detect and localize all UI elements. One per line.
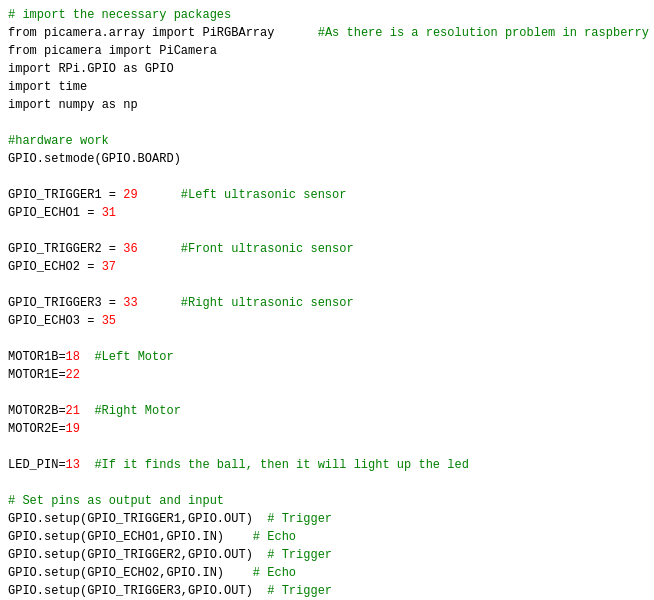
code-token: as	[102, 98, 116, 112]
code-editor: # import the necessary packagesfrom pica…	[0, 0, 654, 600]
code-token: 31	[102, 206, 116, 220]
code-token: from	[8, 44, 37, 58]
code-token: # Echo	[224, 530, 296, 544]
code-token: 35	[102, 314, 116, 328]
code-token: 19	[66, 422, 80, 436]
code-line: MOTOR2B=21 #Right Motor	[8, 402, 646, 420]
code-token: 33	[123, 296, 137, 310]
code-token: as	[123, 62, 137, 76]
code-token: 22	[66, 368, 80, 382]
code-token: 13	[66, 458, 80, 472]
code-token: GPIO_ECHO3 =	[8, 314, 102, 328]
code-token: GPIO.setup(GPIO_TRIGGER1,GPIO.OUT)	[8, 512, 253, 526]
code-token: import	[109, 44, 152, 58]
code-line: GPIO_TRIGGER1 = 29 #Left ultrasonic sens…	[8, 186, 646, 204]
code-token: GPIO_TRIGGER1 =	[8, 188, 123, 202]
code-token: MOTOR1E=	[8, 368, 66, 382]
code-token: MOTOR2E=	[8, 422, 66, 436]
code-line: LED_PIN=13 #If it finds the ball, then i…	[8, 456, 646, 474]
code-line: GPIO.setup(GPIO_ECHO1,GPIO.IN) # Echo	[8, 528, 646, 546]
code-token: GPIO_ECHO1 =	[8, 206, 102, 220]
code-line	[8, 168, 646, 186]
code-token: #Right ultrasonic sensor	[138, 296, 354, 310]
code-token: MOTOR1B=	[8, 350, 66, 364]
code-token: 36	[123, 242, 137, 256]
code-token: MOTOR2B=	[8, 404, 66, 418]
code-token: # Trigger	[253, 548, 332, 562]
code-token: #Left Motor	[80, 350, 174, 364]
code-token: GPIO_TRIGGER2 =	[8, 242, 123, 256]
code-line: GPIO.setmode(GPIO.BOARD)	[8, 150, 646, 168]
code-token: #hardware work	[8, 134, 109, 148]
code-token: GPIO.setmode(GPIO.BOARD)	[8, 152, 181, 166]
code-token: GPIO.setup(GPIO_ECHO1,GPIO.IN)	[8, 530, 224, 544]
code-line: GPIO.setup(GPIO_ECHO2,GPIO.IN) # Echo	[8, 564, 646, 582]
code-line: GPIO_ECHO3 = 35	[8, 312, 646, 330]
code-token: GPIO.setup(GPIO_TRIGGER2,GPIO.OUT)	[8, 548, 253, 562]
code-token: # Echo	[224, 566, 296, 580]
code-token: GPIO_TRIGGER3 =	[8, 296, 123, 310]
code-token: RPi.GPIO	[51, 62, 123, 76]
code-line: # import the necessary packages	[8, 6, 646, 24]
code-line: # Set pins as output and input	[8, 492, 646, 510]
code-line	[8, 222, 646, 240]
code-line	[8, 438, 646, 456]
code-token: import	[152, 26, 195, 40]
code-token: 18	[66, 350, 80, 364]
code-line	[8, 114, 646, 132]
code-token: from	[8, 26, 37, 40]
code-line: import time	[8, 78, 646, 96]
code-line: from picamera.array import PiRGBArray #A…	[8, 24, 646, 42]
code-token: # Trigger	[253, 584, 332, 598]
code-line: GPIO_TRIGGER3 = 33 #Right ultrasonic sen…	[8, 294, 646, 312]
code-line: from picamera import PiCamera	[8, 42, 646, 60]
code-token: GPIO_ECHO2 =	[8, 260, 102, 274]
code-token: picamera.array	[37, 26, 152, 40]
code-token: import	[8, 98, 51, 112]
code-token: GPIO.setup(GPIO_TRIGGER3,GPIO.OUT)	[8, 584, 253, 598]
code-line: GPIO.setup(GPIO_TRIGGER1,GPIO.OUT) # Tri…	[8, 510, 646, 528]
code-line: MOTOR1B=18 #Left Motor	[8, 348, 646, 366]
code-token: #Left ultrasonic sensor	[138, 188, 347, 202]
code-line	[8, 384, 646, 402]
code-token: 37	[102, 260, 116, 274]
code-token: # import the necessary packages	[8, 8, 231, 22]
code-line: import RPi.GPIO as GPIO	[8, 60, 646, 78]
code-token: import	[8, 62, 51, 76]
code-token: import time	[8, 80, 87, 94]
code-line	[8, 276, 646, 294]
code-token: # Trigger	[253, 512, 332, 526]
code-token: # Set pins as output and input	[8, 494, 224, 508]
code-token: numpy	[51, 98, 101, 112]
code-line	[8, 474, 646, 492]
code-token: 21	[66, 404, 80, 418]
code-line: GPIO_ECHO1 = 31	[8, 204, 646, 222]
code-line: GPIO_ECHO2 = 37	[8, 258, 646, 276]
code-line: MOTOR2E=19	[8, 420, 646, 438]
code-line: GPIO.setup(GPIO_TRIGGER3,GPIO.OUT) # Tri…	[8, 582, 646, 600]
code-token: 29	[123, 188, 137, 202]
code-token: #Front ultrasonic sensor	[138, 242, 354, 256]
code-line: import numpy as np	[8, 96, 646, 114]
code-token: picamera	[37, 44, 109, 58]
code-token: PiRGBArray	[195, 26, 274, 40]
code-token: GPIO	[138, 62, 174, 76]
code-token: LED_PIN=	[8, 458, 66, 472]
code-line	[8, 330, 646, 348]
code-line: MOTOR1E=22	[8, 366, 646, 384]
code-line: GPIO_TRIGGER2 = 36 #Front ultrasonic sen…	[8, 240, 646, 258]
code-line: GPIO.setup(GPIO_TRIGGER2,GPIO.OUT) # Tri…	[8, 546, 646, 564]
code-token: PiCamera	[152, 44, 217, 58]
code-line: #hardware work	[8, 132, 646, 150]
code-token: #Right Motor	[80, 404, 181, 418]
code-token: #As there is a resolution problem in ras…	[274, 26, 654, 40]
code-token: #If it finds the ball, then it will ligh…	[80, 458, 469, 472]
code-token: GPIO.setup(GPIO_ECHO2,GPIO.IN)	[8, 566, 224, 580]
code-token: np	[116, 98, 138, 112]
